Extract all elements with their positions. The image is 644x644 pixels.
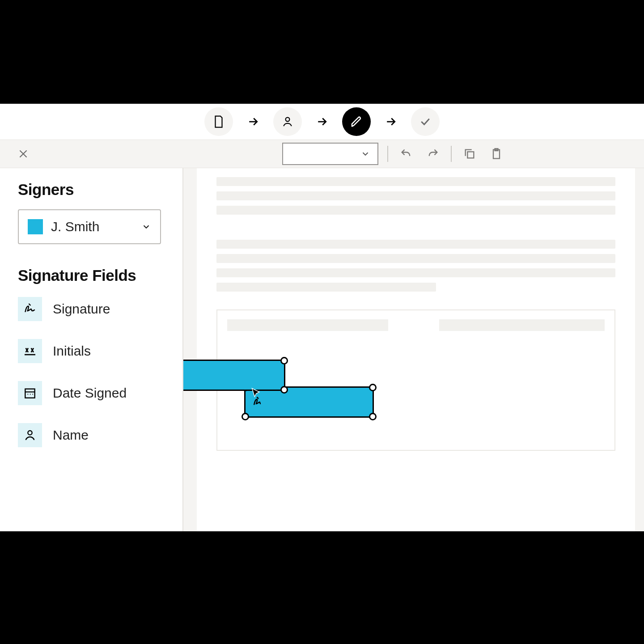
fields-heading: Signature Fields	[18, 267, 165, 284]
close-button[interactable]	[13, 144, 33, 164]
progress-stepper	[0, 104, 644, 140]
placed-field-name[interactable]	[183, 360, 285, 391]
check-icon	[419, 115, 432, 128]
signer-name: J. Smith	[51, 219, 133, 234]
zoom-select[interactable]	[282, 143, 378, 165]
resize-handle[interactable]	[242, 413, 249, 420]
divider	[451, 146, 452, 162]
undo-button[interactable]	[397, 145, 415, 163]
svg-point-0	[286, 118, 290, 122]
text-placeholder	[216, 268, 615, 277]
field-label: Name	[53, 428, 89, 443]
document-icon	[212, 115, 225, 128]
svg-rect-1	[467, 152, 474, 158]
divider	[387, 146, 388, 162]
initials-icon	[18, 339, 42, 363]
arrow-icon	[315, 115, 329, 128]
close-icon	[17, 148, 29, 160]
person-icon	[281, 115, 294, 128]
text-placeholder	[439, 319, 605, 331]
chevron-down-icon	[141, 222, 151, 232]
placed-field-signature[interactable]	[244, 386, 374, 418]
field-initials[interactable]: Initials	[18, 339, 165, 363]
resize-handle[interactable]	[280, 357, 288, 364]
app-window: Signers J. Smith Signature Fields	[0, 104, 644, 531]
text-placeholder	[227, 319, 388, 331]
person-icon	[18, 423, 42, 447]
field-date-signed[interactable]: Date Signed	[18, 381, 165, 405]
sidebar: Signers J. Smith Signature Fields	[0, 168, 183, 531]
resize-handle[interactable]	[369, 384, 377, 391]
main-area: Signers J. Smith Signature Fields	[0, 168, 644, 531]
svg-point-5	[28, 431, 32, 435]
pencil-icon	[350, 115, 363, 128]
step-document[interactable]	[204, 107, 233, 136]
field-signature[interactable]: Signature	[18, 297, 165, 321]
signature-icon	[252, 395, 265, 409]
text-placeholder	[216, 240, 615, 249]
text-placeholder	[216, 191, 615, 200]
chevron-down-icon	[360, 149, 370, 159]
signers-heading: Signers	[18, 181, 165, 199]
text-placeholder	[216, 206, 615, 215]
copy-button[interactable]	[461, 145, 479, 163]
svg-rect-4	[25, 389, 34, 398]
field-list: Signature Initials	[18, 297, 165, 447]
resize-handle[interactable]	[280, 386, 288, 394]
redo-button[interactable]	[424, 145, 442, 163]
date-icon	[18, 381, 42, 405]
text-placeholder	[216, 177, 615, 186]
document-page[interactable]	[197, 168, 635, 531]
clipboard-icon	[490, 148, 503, 160]
step-signers[interactable]	[273, 107, 302, 136]
text-placeholder	[216, 254, 615, 263]
signer-color-swatch	[28, 219, 43, 234]
copy-icon	[463, 148, 476, 160]
undo-icon	[400, 148, 412, 160]
signer-select[interactable]: J. Smith	[18, 209, 161, 244]
field-label: Initials	[53, 343, 91, 359]
step-edit[interactable]	[342, 107, 371, 136]
editor-toolbar	[0, 140, 644, 168]
redo-icon	[427, 148, 439, 160]
arrow-icon	[246, 115, 260, 128]
field-label: Date Signed	[53, 386, 127, 401]
field-name[interactable]: Name	[18, 423, 165, 447]
document-canvas[interactable]	[183, 168, 644, 531]
paste-button[interactable]	[487, 145, 505, 163]
text-placeholder	[216, 283, 436, 292]
step-review[interactable]	[411, 107, 440, 136]
signature-icon	[18, 297, 42, 321]
resize-handle[interactable]	[369, 413, 377, 420]
arrow-icon	[384, 115, 398, 128]
field-label: Signature	[53, 301, 110, 317]
